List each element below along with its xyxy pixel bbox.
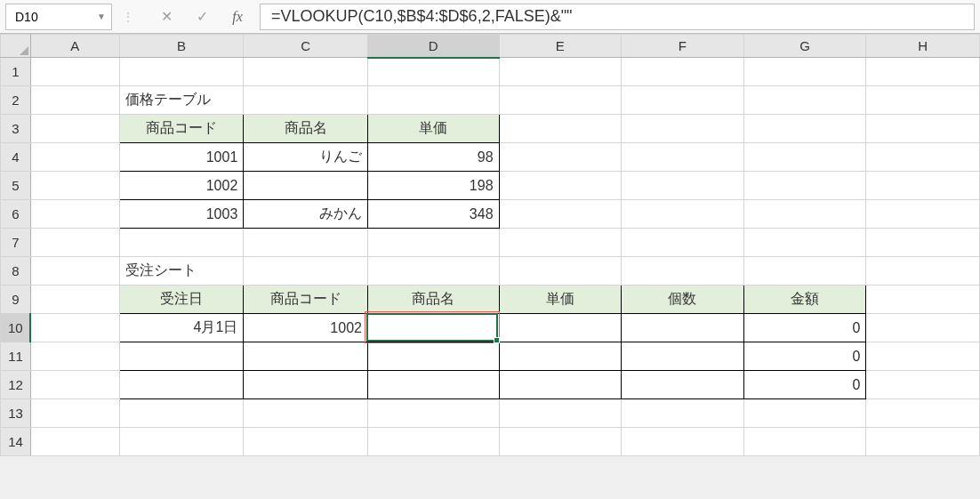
cell-B2[interactable]: 価格テーブル	[119, 86, 244, 115]
cell-E2[interactable]	[499, 86, 622, 115]
col-header-F[interactable]: F	[622, 35, 744, 58]
cell-B9[interactable]: 受注日	[119, 286, 244, 314]
cell-D9[interactable]: 商品名	[367, 286, 499, 314]
cell-D1[interactable]	[367, 58, 499, 86]
cell-F4[interactable]	[622, 143, 744, 172]
cell-H11[interactable]	[866, 342, 980, 371]
cell-H13[interactable]	[866, 399, 980, 428]
cell-B4[interactable]: 1001	[119, 143, 244, 172]
col-header-D[interactable]: D	[367, 35, 499, 58]
cell-B10[interactable]: 4月1日	[119, 314, 244, 342]
cell-C14[interactable]	[244, 428, 368, 456]
col-header-A[interactable]: A	[30, 35, 119, 58]
cell-D5[interactable]: 198	[367, 172, 499, 200]
cell-A7[interactable]	[30, 229, 119, 257]
cell-F2[interactable]	[622, 86, 744, 115]
cell-D2[interactable]	[367, 86, 499, 115]
row-header-14[interactable]: 14	[1, 428, 31, 456]
cell-D4[interactable]: 98	[367, 143, 499, 172]
cell-A1[interactable]	[30, 58, 119, 86]
cell-B1[interactable]	[119, 58, 244, 86]
cell-H6[interactable]	[866, 200, 980, 229]
cell-G7[interactable]	[743, 229, 866, 257]
cell-D12[interactable]	[367, 371, 499, 399]
row-header-10[interactable]: 10	[1, 314, 31, 342]
cell-D6[interactable]: 348	[367, 200, 499, 229]
col-header-H[interactable]: H	[866, 35, 980, 58]
cell-D3[interactable]: 単価	[367, 115, 499, 143]
cell-A14[interactable]	[30, 428, 119, 456]
chevron-down-icon[interactable]: ▼	[97, 12, 106, 21]
cell-H5[interactable]	[866, 172, 980, 200]
cell-F12[interactable]	[622, 371, 744, 399]
cell-C11[interactable]	[244, 342, 368, 371]
cell-G12[interactable]: 0	[743, 371, 866, 399]
cell-A5[interactable]	[30, 172, 119, 200]
cell-B3[interactable]: 商品コード	[119, 115, 244, 143]
cell-F6[interactable]	[622, 200, 744, 229]
cell-F8[interactable]	[622, 257, 744, 286]
cell-G9[interactable]: 金額	[743, 286, 866, 314]
row-header-9[interactable]: 9	[1, 286, 31, 314]
select-all-corner[interactable]	[1, 35, 31, 58]
formula-input[interactable]	[271, 7, 963, 26]
row-header-6[interactable]: 6	[1, 200, 31, 229]
cell-H2[interactable]	[866, 86, 980, 115]
cell-A4[interactable]	[30, 143, 119, 172]
cell-B8[interactable]: 受注シート	[119, 257, 244, 286]
cell-H14[interactable]	[866, 428, 980, 456]
cell-H8[interactable]	[866, 257, 980, 286]
cell-H3[interactable]	[866, 115, 980, 143]
cell-C8[interactable]	[244, 257, 368, 286]
col-header-E[interactable]: E	[499, 35, 622, 58]
cell-D7[interactable]	[367, 229, 499, 257]
cell-G14[interactable]	[743, 428, 866, 456]
cell-E8[interactable]	[499, 257, 622, 286]
cell-F5[interactable]	[622, 172, 744, 200]
cell-F10[interactable]	[622, 314, 744, 342]
cell-H7[interactable]	[866, 229, 980, 257]
cell-D10[interactable]	[367, 314, 499, 342]
cell-G11[interactable]: 0	[743, 342, 866, 371]
cell-G5[interactable]	[743, 172, 866, 200]
cell-C9[interactable]: 商品コード	[244, 286, 368, 314]
cell-H10[interactable]	[866, 314, 980, 342]
cell-G6[interactable]	[743, 200, 866, 229]
row-header-5[interactable]: 5	[1, 172, 31, 200]
cell-A2[interactable]	[30, 86, 119, 115]
row-header-7[interactable]: 7	[1, 229, 31, 257]
cell-A13[interactable]	[30, 399, 119, 428]
cell-C6[interactable]: みかん	[244, 200, 368, 229]
cell-H4[interactable]	[866, 143, 980, 172]
cell-D13[interactable]	[367, 399, 499, 428]
cell-H12[interactable]	[866, 371, 980, 399]
cell-A10[interactable]	[30, 314, 119, 342]
cell-B7[interactable]	[119, 229, 244, 257]
cell-F7[interactable]	[622, 229, 744, 257]
cell-E13[interactable]	[499, 399, 622, 428]
cell-C3[interactable]: 商品名	[244, 115, 368, 143]
row-header-2[interactable]: 2	[1, 86, 31, 115]
cell-D14[interactable]	[367, 428, 499, 456]
cell-F14[interactable]	[622, 428, 744, 456]
cell-C10[interactable]: 1002	[244, 314, 368, 342]
row-header-11[interactable]: 11	[1, 342, 31, 371]
cell-B6[interactable]: 1003	[119, 200, 244, 229]
row-header-13[interactable]: 13	[1, 399, 31, 428]
cell-E1[interactable]	[499, 58, 622, 86]
cell-B5[interactable]: 1002	[119, 172, 244, 200]
cell-E7[interactable]	[499, 229, 622, 257]
check-icon[interactable]: ✓	[192, 7, 212, 27]
cell-D11[interactable]	[367, 342, 499, 371]
cell-E4[interactable]	[499, 143, 622, 172]
cell-E3[interactable]	[499, 115, 622, 143]
cell-B11[interactable]	[119, 342, 244, 371]
cell-G8[interactable]	[743, 257, 866, 286]
cell-C1[interactable]	[244, 58, 368, 86]
row-header-12[interactable]: 12	[1, 371, 31, 399]
cell-E10[interactable]	[499, 314, 622, 342]
col-header-C[interactable]: C	[244, 35, 368, 58]
row-header-4[interactable]: 4	[1, 143, 31, 172]
cell-B12[interactable]	[119, 371, 244, 399]
cell-C13[interactable]	[244, 399, 368, 428]
